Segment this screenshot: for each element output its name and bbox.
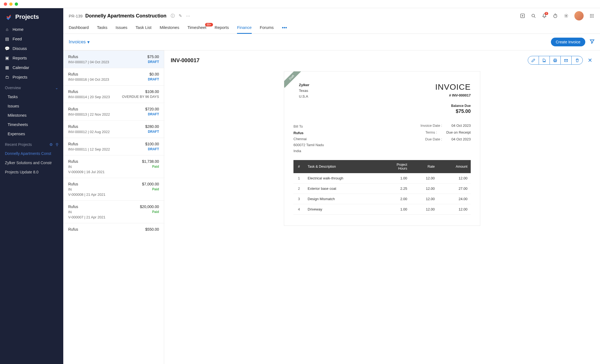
item-num: 3: [293, 194, 304, 204]
sidebar-item-label: Home: [13, 27, 23, 32]
sidebar-sub-milestones[interactable]: Milestones: [0, 111, 63, 120]
stopwatch-icon[interactable]: [553, 13, 558, 19]
invoice-amount: $280.00: [145, 124, 159, 129]
tab-reports[interactable]: Reports: [215, 22, 229, 34]
invoice-amount: $720.00: [145, 107, 159, 111]
billto-addr2: 600072 Tamil Nadu: [293, 142, 324, 148]
item-num: 4: [293, 204, 304, 215]
tab-finance[interactable]: Finance: [237, 22, 251, 34]
invoice-list-row[interactable]: Rufus$75.00INV-000017 | 04 Oct 2023DRAFT: [63, 50, 164, 68]
window-close-dot[interactable]: [4, 2, 7, 6]
tab-milestones[interactable]: Milestones: [160, 22, 179, 34]
email-button[interactable]: [561, 56, 572, 64]
user-avatar[interactable]: [574, 11, 584, 20]
item-desc: Exterior base coat: [304, 183, 380, 194]
invoice-list-row[interactable]: Rufus$0.00INV-000016 | 04 Oct 2023DRAFT: [63, 68, 164, 85]
balance-label: Balance Due: [435, 104, 471, 108]
invoice-amount: $75.00: [147, 55, 159, 59]
tabs-more-icon[interactable]: •••: [282, 22, 287, 34]
invoice-line-item: 2Exterior base coat2.2512.0027.00: [293, 183, 471, 194]
recent-project-item[interactable]: Donnelly Apartments Const: [0, 149, 63, 158]
invoice-list-row[interactable]: Rufus$1,738.00INPaidV-000009 | 16 Jul 20…: [63, 155, 164, 178]
invoice-amount: $20,000.00: [140, 204, 159, 209]
sidebar-item-feed[interactable]: ▤Feed: [0, 34, 63, 44]
home-icon: ⌂: [5, 27, 9, 32]
invoices-dropdown[interactable]: Invoices ▾: [69, 39, 90, 45]
sidebar-item-calendar[interactable]: ▦Calendar: [0, 63, 63, 72]
close-detail-button[interactable]: ✕: [587, 56, 593, 65]
tab-dashboard[interactable]: Dashboard: [69, 22, 89, 34]
subheader: Invoices ▾ Create Invoice: [63, 34, 600, 50]
meta-label: Due Date :: [418, 137, 442, 141]
sidebar-sub-timesheets[interactable]: Timesheets: [0, 120, 63, 129]
col-desc: Task & Description: [304, 160, 380, 173]
svg-point-10: [590, 17, 591, 18]
create-invoice-button[interactable]: Create Invoice: [551, 38, 585, 46]
calendar-icon: ▦: [5, 65, 9, 70]
item-desc: Electrical walk-through: [304, 173, 380, 183]
add-icon[interactable]: [520, 13, 525, 19]
app-shell: Projects ⌂Home▤Feed💬Discuss▣Reports▦Cale…: [0, 8, 600, 364]
item-hours: 1.00: [380, 173, 410, 183]
tab-forums[interactable]: Forums: [260, 22, 274, 34]
sidebar-item-discuss[interactable]: 💬Discuss: [0, 44, 63, 53]
settings-icon[interactable]: ⚙: [49, 142, 53, 147]
tab-timesheet[interactable]: Timesheet99+: [187, 22, 206, 34]
project-code: PR-139: [69, 14, 83, 18]
tab-tasks[interactable]: Tasks: [97, 22, 107, 34]
item-desc: Design Mismatch: [304, 194, 380, 204]
tab-issues[interactable]: Issues: [116, 22, 127, 34]
browser-chrome: [0, 0, 600, 8]
invoice-list-row[interactable]: Rufus$280.00INV-000012 | 02 Aug 2022DRAF…: [63, 120, 164, 138]
draft-ribbon: Draft: [284, 71, 301, 88]
meta-label: Terms :: [412, 130, 437, 134]
more-icon[interactable]: ⋯: [186, 13, 190, 19]
notif-badge: 9: [545, 12, 548, 15]
sidebar-sub-expenses[interactable]: Expenses: [0, 129, 63, 139]
apps-grid-icon[interactable]: [589, 13, 595, 19]
sidebar-item-projects[interactable]: 🗀Projects: [0, 72, 63, 82]
invoice-customer: Rufus: [68, 55, 78, 59]
breadcrumb: PR-139 Donnelly Apartments Construction …: [69, 13, 190, 19]
invoice-detail-title: INV-000017: [171, 57, 200, 64]
sidebar-item-label: Discuss: [13, 46, 27, 51]
notifications-icon[interactable]: 9: [542, 13, 547, 19]
window-maximize-dot[interactable]: [15, 2, 18, 6]
reports-icon: ▣: [5, 56, 9, 60]
invoice-amount: $7,000.00: [142, 182, 159, 186]
item-rate: 12.00: [410, 173, 438, 183]
search-icon[interactable]: [531, 13, 536, 19]
svg-point-12: [593, 17, 594, 18]
print-button[interactable]: [550, 56, 561, 64]
overview-label: Overview: [5, 86, 21, 90]
invoice-list-row[interactable]: Rufus$20,000.00INPaidV-000007 | 21 Apr 2…: [63, 200, 164, 223]
search-icon[interactable]: ⚲: [56, 142, 58, 147]
invoice-list-row[interactable]: Rufus$550.00: [63, 223, 164, 236]
sidebar-sub-issues[interactable]: Issues: [0, 101, 63, 111]
sidebar-logo[interactable]: Projects: [0, 8, 63, 25]
invoice-list-row[interactable]: Rufus$7,000.00INPaidV-000008 | 21 Apr 20…: [63, 178, 164, 200]
info-icon[interactable]: ⓘ: [171, 13, 175, 19]
edit-icon[interactable]: ✎: [179, 13, 182, 19]
sidebar-item-reports[interactable]: ▣Reports: [0, 53, 63, 63]
sidebar-section-overview[interactable]: Overview ⌄: [0, 82, 63, 92]
chevron-down-icon: ▾: [87, 39, 90, 45]
sidebar-sub-tasks[interactable]: Tasks: [0, 92, 63, 101]
settings-icon[interactable]: [563, 13, 569, 19]
invoice-status: Paid: [152, 165, 159, 169]
invoice-list-row[interactable]: Rufus$108.00INV-000014 | 20 Sep 2023OVER…: [63, 85, 164, 103]
sidebar-item-home[interactable]: ⌂Home: [0, 25, 63, 34]
pdf-button[interactable]: [539, 56, 550, 64]
window-minimize-dot[interactable]: [9, 2, 13, 6]
delete-button[interactable]: [572, 56, 583, 64]
recent-project-item[interactable]: Zylker Solutions and Constr: [0, 158, 63, 167]
edit-invoice-button[interactable]: [528, 56, 539, 64]
logo-text: Projects: [15, 13, 39, 20]
filter-icon[interactable]: [590, 39, 595, 45]
invoice-list-row[interactable]: Rufus$100.00INV-000011 | 12 Sep 2022DRAF…: [63, 138, 164, 155]
recent-project-item[interactable]: Projects Update 8.0: [0, 167, 63, 177]
invoice-list-row[interactable]: Rufus$720.00INV-000013 | 22 Nov 2022DRAF…: [63, 103, 164, 120]
feed-icon: ▤: [5, 37, 9, 41]
tabs: DashboardTasksIssuesTask ListMilestonesT…: [69, 22, 595, 34]
tab-task-list[interactable]: Task List: [136, 22, 151, 34]
